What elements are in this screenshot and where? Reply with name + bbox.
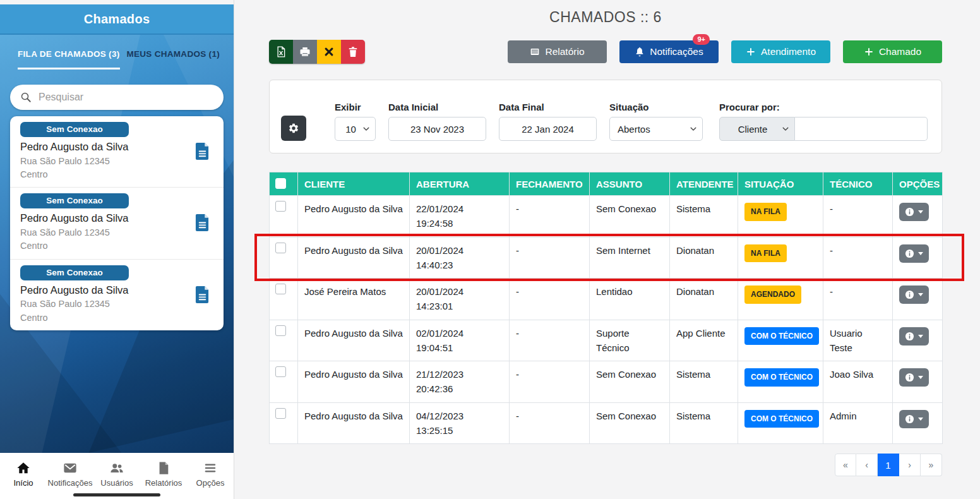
document-icon[interactable]: [195, 143, 210, 160]
nav-item-notificacoes[interactable]: Notificações: [47, 461, 93, 488]
info-icon: [905, 290, 914, 299]
row-checkbox[interactable]: [275, 284, 286, 294]
tab-fila-de-chamados[interactable]: FILA DE CHAMADOS (3): [18, 49, 120, 69]
cell-situacao: AGENDADO: [738, 279, 823, 320]
search-input[interactable]: [39, 92, 213, 103]
table-row: Pedro Augusto da Silva 02/01/202419:04:5…: [270, 320, 943, 361]
cell-situacao: COM O TÉCNICO: [738, 402, 823, 444]
caret-down-icon: [918, 293, 923, 296]
relatorio-button[interactable]: Relatório: [508, 40, 607, 63]
pagination-next[interactable]: ›: [899, 454, 921, 476]
tickets-table: CLIENTE ABERTURA FECHAMENTO ASSUNTO ATEN…: [269, 172, 943, 444]
procurar-input[interactable]: [795, 117, 928, 141]
cell-abertura: 02/01/202419:04:51: [410, 320, 510, 361]
x-icon: [323, 46, 335, 57]
status-badge: AGENDADO: [744, 286, 801, 304]
delete-button[interactable]: [341, 40, 365, 64]
data-inicial-input[interactable]: [388, 117, 486, 141]
info-icon: [905, 373, 914, 382]
row-options-button[interactable]: [899, 203, 929, 221]
relatorio-button-label: Relatório: [545, 46, 584, 57]
situacao-select[interactable]: Abertos: [609, 117, 703, 141]
data-final-input[interactable]: [499, 117, 597, 141]
row-checkbox[interactable]: [275, 201, 286, 212]
chamado-button[interactable]: Chamado: [843, 40, 942, 63]
document-icon[interactable]: [195, 214, 210, 231]
atendimento-button-label: Atendimento: [761, 46, 816, 57]
nav-item-inicio[interactable]: Início: [0, 461, 47, 488]
exibir-select[interactable]: 10: [335, 117, 376, 141]
row-checkbox[interactable]: [275, 408, 286, 419]
nav-item-usuarios[interactable]: Usuários: [93, 461, 140, 488]
cell-cliente: Pedro Augusto da Silva: [298, 237, 410, 279]
info-icon: [905, 207, 914, 217]
export-excel-button[interactable]: [269, 40, 293, 64]
tickets-table-wrap: CLIENTE ABERTURA FECHAMENTO ASSUNTO ATEN…: [269, 172, 942, 444]
row-options-button[interactable]: [899, 410, 929, 428]
row-checkbox[interactable]: [275, 366, 286, 377]
data-inicial-label: Data Inicial: [388, 102, 486, 112]
sidebar-tabs: FILA DE CHAMADOS (3) MEUS CHAMADOS (1): [0, 35, 234, 69]
procurar-campo-select[interactable]: Cliente: [719, 117, 795, 141]
header-opcoes: OPÇÕES: [893, 172, 943, 196]
cell-fechamento: -: [510, 279, 590, 320]
pagination-last[interactable]: »: [921, 454, 942, 476]
ticket-subject-badge: Sem Conexao: [20, 265, 129, 280]
header-tecnico: TÉCNICO: [823, 172, 893, 196]
sidebar-body: FILA DE CHAMADOS (3) MEUS CHAMADOS (1) S…: [0, 35, 234, 453]
ticket-list-item[interactable]: Sem Conexao Pedro Augusto da Silva Rua S…: [10, 259, 224, 330]
procurar-label: Procurar por:: [719, 102, 928, 112]
print-button[interactable]: [293, 40, 317, 64]
settings-button[interactable]: [281, 116, 306, 141]
cell-atendente: Dionatan: [670, 279, 738, 320]
info-icon: [905, 249, 914, 258]
sidebar-header: Chamados: [0, 4, 234, 35]
main-area: CHAMADOS :: 6 Relatório Notificações: [234, 0, 980, 499]
row-checkbox[interactable]: [275, 243, 286, 253]
ticket-address: Rua São Paulo 12345: [20, 156, 195, 167]
nav-item-opcoes[interactable]: Opções: [187, 461, 234, 488]
ticket-subject-badge: Sem Conexao: [20, 193, 129, 208]
ticket-district: Centro: [20, 169, 195, 180]
cell-atendente: Sistema: [670, 196, 738, 237]
ticket-address: Rua São Paulo 12345: [20, 227, 195, 238]
cell-opcoes: [893, 279, 943, 320]
row-checkbox[interactable]: [275, 325, 286, 336]
filter-panel: Exibir 10 Data Inicial Data Final Situaç…: [269, 80, 942, 153]
notificacoes-button[interactable]: Notificações 9+: [619, 40, 719, 63]
atendimento-button[interactable]: Atendimento: [731, 40, 830, 63]
document-icon[interactable]: [195, 286, 210, 303]
header-abertura: ABERTURA: [410, 172, 510, 196]
exibir-label: Exibir: [335, 102, 376, 112]
row-options-button[interactable]: [899, 244, 929, 263]
sidebar-title: Chamados: [84, 12, 150, 27]
gear-icon: [288, 123, 299, 134]
nav-label: Notificações: [48, 478, 93, 488]
nav-item-relatorios[interactable]: Relatórios: [140, 461, 187, 488]
ticket-list-item[interactable]: Sem Conexao Pedro Augusto da Silva Rua S…: [10, 187, 224, 258]
row-options-button[interactable]: [899, 286, 929, 304]
cell-fechamento: -: [510, 402, 590, 444]
report-icon: [530, 47, 540, 57]
notification-count-badge: 9+: [693, 34, 710, 45]
app-root: Chamados FILA DE CHAMADOS (3) MEUS CHAMA…: [0, 0, 980, 499]
sidebar-search[interactable]: [10, 85, 224, 110]
cell-abertura: 21/12/202320:42:36: [410, 361, 510, 403]
row-options-button[interactable]: [899, 368, 929, 387]
header-atendente: ATENDENTE: [670, 172, 738, 196]
status-badge: NA FILA: [744, 244, 787, 263]
tab-meus-chamados[interactable]: MEUS CHAMADOS (1): [126, 49, 220, 69]
pagination-prev[interactable]: ‹: [856, 454, 878, 476]
select-all-checkbox[interactable]: [275, 178, 286, 189]
status-badge: COM O TÉCNICO: [744, 410, 819, 428]
plus-icon: [864, 47, 874, 57]
clear-button[interactable]: [317, 40, 341, 64]
pagination-page-1[interactable]: 1: [878, 454, 899, 476]
table-row: José Pereira Matos 20/01/202414:23:01 - …: [270, 279, 943, 320]
menu-icon: [203, 461, 217, 475]
ticket-list-item[interactable]: Sem Conexao Pedro Augusto da Silva Rua S…: [10, 116, 224, 187]
cell-tecnico: -: [823, 279, 893, 320]
row-options-button[interactable]: [899, 327, 929, 346]
pagination-first[interactable]: «: [835, 454, 856, 476]
caret-down-icon: [918, 418, 923, 421]
